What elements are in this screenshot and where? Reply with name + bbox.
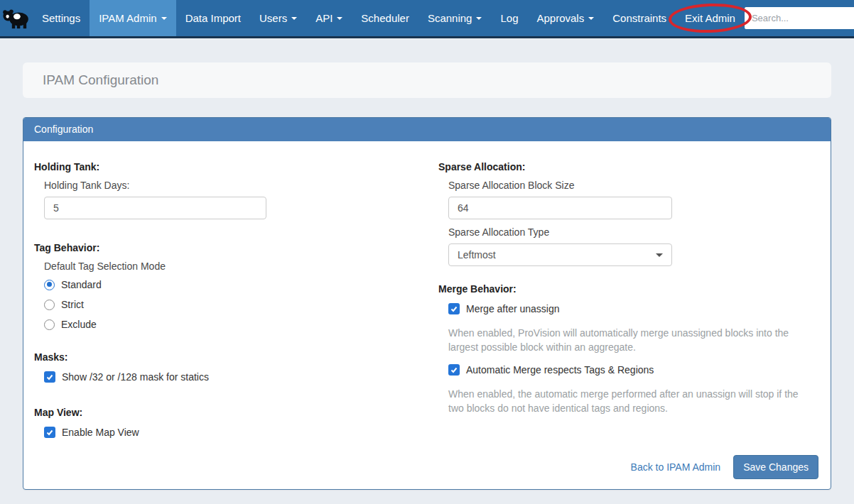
radio-strict[interactable]: Strict — [44, 297, 438, 312]
nav-label: Users — [259, 12, 287, 24]
nav-item-constraints[interactable]: Constraints — [603, 0, 676, 36]
nav-item-users[interactable]: Users — [250, 0, 306, 36]
checkbox-label: Automatic Merge respects Tags & Regions — [466, 364, 654, 376]
page-title: IPAM Configuration — [43, 72, 158, 88]
radio-button-icon[interactable] — [44, 319, 55, 330]
checkbox-show-mask-statics[interactable]: Show /32 or /128 mask for statics — [44, 370, 438, 384]
chevron-down-icon — [291, 17, 297, 20]
nav-label: Scheduler — [361, 12, 409, 24]
checkbox-checked-icon[interactable] — [448, 364, 460, 376]
select-caret-icon — [656, 253, 663, 257]
nav-item-ipam-admin[interactable]: IPAM Admin — [90, 0, 175, 36]
sparse-block-size-label: Sparse Allocation Block Size — [448, 180, 820, 191]
nav-item-api[interactable]: API — [306, 0, 352, 36]
nav-item-scheduler[interactable]: Scheduler — [352, 0, 418, 36]
checkbox-checked-icon[interactable] — [44, 427, 55, 438]
nav-label: API — [315, 12, 333, 24]
nav-label: IPAM Admin — [99, 12, 156, 24]
radio-standard[interactable]: Standard — [44, 278, 438, 292]
nav-item-approvals[interactable]: Approvals — [528, 0, 604, 36]
masks-heading: Masks: — [34, 351, 438, 363]
nav-item-settings[interactable]: Settings — [33, 0, 90, 36]
radio-exclude[interactable]: Exclude — [44, 317, 438, 332]
navbar-right-group — [745, 0, 854, 36]
save-changes-button[interactable]: Save Changes — [733, 455, 818, 479]
configuration-panel: Configuration Holding Tank: Holding Tank… — [23, 117, 831, 490]
checkbox-label: Enable Map View — [62, 427, 139, 438]
checkbox-checked-icon[interactable] — [44, 371, 55, 383]
checkbox-automatic-merge-tags-regions[interactable]: Automatic Merge respects Tags & Regions — [448, 363, 820, 377]
automatic-merge-help: When enabled, the automatic merge perfor… — [448, 387, 812, 415]
two-column-layout: Holding Tank: Holding Tank Days: Tag Beh… — [34, 161, 820, 445]
select-value: Leftmost — [458, 249, 496, 261]
back-to-ipam-admin-link[interactable]: Back to IPAM Admin — [631, 461, 721, 473]
radio-button-icon[interactable] — [44, 300, 55, 310]
default-tag-selection-mode-label: Default Tag Selection Mode — [44, 261, 438, 272]
top-navbar: Settings IPAM Admin Data Import Users AP… — [0, 0, 854, 38]
map-view-heading: Map View: — [34, 407, 438, 418]
panel-body: Holding Tank: Holding Tank Days: Tag Beh… — [23, 141, 831, 489]
right-column: Sparse Allocation: Sparse Allocation Blo… — [438, 161, 820, 445]
panel-footer: Back to IPAM Admin Save Changes — [34, 455, 820, 479]
radio-button-icon[interactable] — [44, 280, 55, 290]
radio-label: Strict — [61, 299, 84, 310]
holding-tank-days-label: Holding Tank Days: — [44, 180, 438, 191]
sparse-type-label: Sparse Allocation Type — [448, 226, 820, 238]
nav-label: Approvals — [537, 12, 585, 24]
nav-item-log[interactable]: Log — [491, 0, 527, 36]
left-column: Holding Tank: Holding Tank Days: Tag Beh… — [34, 161, 438, 445]
checkbox-label: Merge after unassign — [466, 303, 560, 314]
page-container: IPAM Configuration Configuration Holding… — [23, 62, 831, 490]
checkbox-merge-after-unassign[interactable]: Merge after unassign — [448, 302, 820, 316]
nav-item-scanning[interactable]: Scanning — [418, 0, 492, 36]
nav-label: Settings — [42, 12, 80, 24]
nav-label: Exit Admin — [685, 12, 735, 24]
chevron-down-icon — [588, 17, 594, 20]
nav-label: Log — [500, 12, 518, 24]
sparse-allocation-heading: Sparse Allocation: — [438, 161, 820, 172]
holding-tank-heading: Holding Tank: — [34, 161, 438, 172]
nav-item-data-import[interactable]: Data Import — [176, 0, 250, 36]
panda-logo-icon — [0, 6, 33, 31]
merge-after-unassign-help: When enabled, ProVision will automatical… — [448, 326, 812, 354]
tag-behavior-heading: Tag Behavior: — [34, 242, 438, 253]
app-logo[interactable] — [0, 0, 33, 36]
nav-label: Constraints — [612, 12, 666, 24]
checkbox-enable-map-view[interactable]: Enable Map View — [44, 425, 438, 439]
search-input[interactable] — [745, 7, 854, 29]
radio-label: Exclude — [61, 319, 97, 330]
search-group — [745, 7, 854, 29]
nav-label: Data Import — [185, 12, 241, 24]
chevron-down-icon — [337, 17, 342, 20]
page-header: IPAM Configuration — [23, 62, 831, 98]
nav-label: Scanning — [428, 12, 472, 24]
checkbox-checked-icon[interactable] — [448, 303, 460, 314]
radio-label: Standard — [61, 279, 102, 290]
nav-item-exit-admin[interactable]: Exit Admin — [676, 0, 745, 36]
chevron-down-icon — [161, 17, 167, 20]
sparse-block-size-input[interactable] — [448, 197, 672, 219]
panel-header: Configuration — [23, 118, 831, 141]
sparse-allocation-type-select[interactable]: Leftmost — [448, 243, 672, 266]
checkbox-label: Show /32 or /128 mask for statics — [62, 371, 209, 383]
chevron-down-icon — [476, 17, 482, 20]
merge-behavior-heading: Merge Behavior: — [438, 283, 820, 295]
holding-tank-days-input[interactable] — [44, 197, 266, 219]
